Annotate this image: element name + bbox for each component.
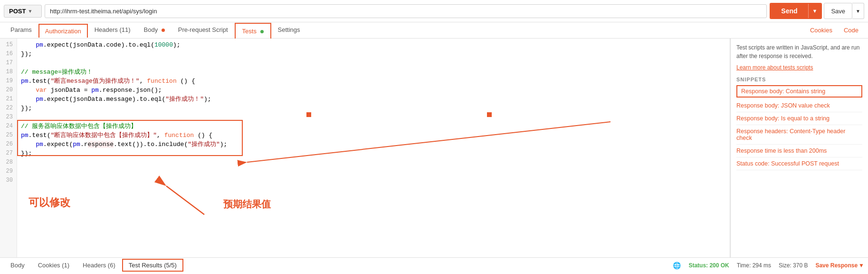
snippet-content-type[interactable]: Response headers: Content-Type header ch… (736, 125, 862, 145)
snippet-json-value[interactable]: Response body: JSON value check (736, 99, 862, 112)
code-content: pm.expect(jsonData.code).to.eql(10000); … (17, 39, 730, 257)
send-btn-group: Send ▼ (770, 3, 822, 19)
globe-icon: 🌐 (673, 262, 681, 269)
bottom-bar: Body Cookies (1) Headers (6) Test Result… (0, 257, 868, 273)
method-label: POST (9, 8, 26, 15)
code-line-27: }); (21, 149, 730, 158)
send-button[interactable]: Send (771, 4, 808, 18)
body-dot (162, 29, 165, 32)
tab-settings[interactable]: Settings (271, 22, 307, 38)
panel-description: Test scripts are written in JavaScript, … (736, 43, 862, 60)
bottom-tab-body[interactable]: Body (4, 259, 31, 272)
url-input[interactable] (45, 4, 767, 18)
size-text: Size: 370 B (779, 262, 808, 269)
tab-cookies[interactable]: Cookies (804, 23, 838, 38)
snippet-contains-string[interactable]: Response body: Contains string (736, 85, 862, 98)
code-line-29 (21, 167, 730, 176)
time-text: Time: 294 ms (737, 262, 771, 269)
send-dropdown-button[interactable]: ▼ (808, 4, 821, 18)
top-bar: POST ▼ Send ▼ Save ▼ (0, 0, 868, 22)
snippet-status-post[interactable]: Status code: Successful POST request (736, 157, 862, 170)
bottom-right: 🌐 Status: 200 OK Time: 294 ms Size: 370 … (673, 262, 864, 269)
code-line-24: // 服务器响应体数据中包含【操作成功】 (21, 122, 730, 131)
tab-params[interactable]: Params (4, 22, 38, 38)
bottom-tab-test-results[interactable]: Test Results (5/5) (122, 259, 183, 272)
method-chevron-icon: ▼ (28, 9, 32, 14)
tab-code[interactable]: Code (838, 23, 864, 38)
code-line-20: var jsonData = pm.response.json(); (21, 86, 730, 95)
code-line-30 (21, 176, 730, 185)
code-line-23 (21, 113, 730, 122)
method-select[interactable]: POST ▼ (4, 5, 42, 18)
bottom-tab-cookies[interactable]: Cookies (1) (31, 259, 76, 272)
learn-link[interactable]: Learn more about tests scripts (736, 64, 862, 71)
snippet-equal-string[interactable]: Response body: Is equal to a string (736, 112, 862, 125)
code-line-17 (21, 59, 730, 68)
snippets-label: SNIPPETS (736, 77, 862, 82)
code-editor[interactable]: 15 16 17 18 19 20 21 22 23 24 25 26 27 2… (0, 39, 730, 257)
code-line-26: pm.expect(pm.response.text()).to.include… (21, 140, 730, 149)
right-tabs: Cookies Code (804, 23, 864, 38)
action-buttons: Send ▼ Save ▼ (770, 3, 864, 19)
tab-headers[interactable]: Headers (11) (88, 22, 137, 38)
code-line-16: }); (21, 49, 730, 59)
save-button[interactable]: Save (824, 3, 852, 19)
snippet-response-time[interactable]: Response time is less than 200ms (736, 145, 862, 157)
code-line-18: // message=操作成功！ (21, 68, 730, 77)
code-line-28 (21, 158, 730, 167)
tests-dot (260, 30, 264, 33)
code-line-15: pm.expect(jsonData.code).to.eql(10000); (21, 40, 730, 49)
save-btn-group: Save ▼ (824, 3, 864, 19)
tabs-row: Params Authorization Headers (11) Body P… (0, 22, 868, 39)
code-line-19: pm.test("断言message值为操作成功！", function () … (21, 77, 730, 86)
line-numbers: 15 16 17 18 19 20 21 22 23 24 25 26 27 2… (0, 39, 17, 257)
tab-body[interactable]: Body (137, 22, 172, 38)
code-line-25: pm.test("断言响应体数据中包含【操作成功】", function () … (21, 131, 730, 140)
tab-authorization[interactable]: Authorization (38, 24, 88, 38)
tab-tests[interactable]: Tests (235, 23, 271, 39)
status-text: Status: 200 OK (688, 262, 729, 269)
tab-prerequest[interactable]: Pre-request Script (172, 22, 235, 38)
right-panel: Test scripts are written in JavaScript, … (730, 39, 868, 257)
code-line-22: }); (21, 104, 730, 113)
save-response-dropdown-icon[interactable]: ▼ (858, 262, 864, 269)
bottom-tab-headers[interactable]: Headers (6) (76, 259, 122, 272)
code-line-21: pm.expect(jsonData.message).to.eql("操作成功… (21, 95, 730, 104)
save-dropdown-button[interactable]: ▼ (852, 3, 864, 19)
save-response-button[interactable]: Save Response ▼ (815, 262, 864, 269)
